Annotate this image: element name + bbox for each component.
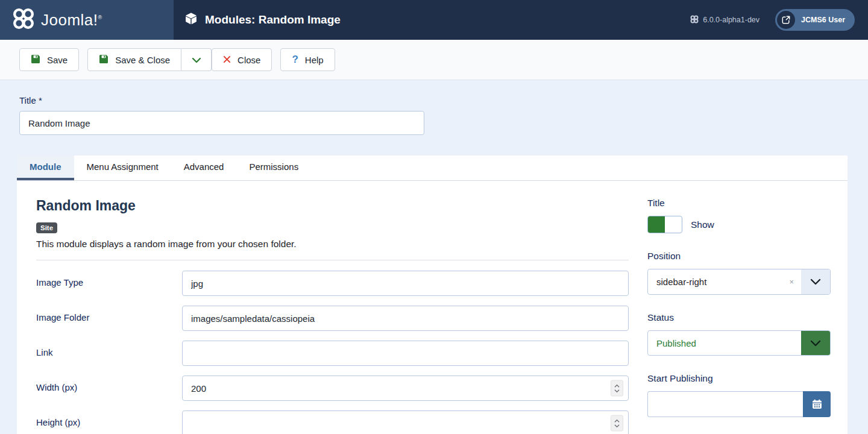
link-input[interactable] (182, 341, 629, 366)
status-group: Status Published (647, 312, 831, 356)
version-text: 6.0.0-alpha1-dev (703, 16, 760, 24)
field-row-height: Height (px) (36, 410, 629, 434)
user-label: JCMS6 User (801, 16, 845, 24)
module-heading: Random Image (36, 198, 629, 214)
field-row-image-folder: Image Folder (36, 306, 629, 331)
save-close-label: Save & Close (115, 55, 170, 65)
tab-menu-assignment[interactable]: Menu Assignment (74, 156, 171, 180)
status-select[interactable]: Published (647, 330, 831, 356)
title-toggle-state: Show (691, 219, 714, 230)
position-dropdown-button[interactable] (801, 269, 830, 294)
close-label: Close (237, 55, 260, 65)
title-toggle-label: Title (647, 198, 831, 209)
position-combobox[interactable]: sidebar-right × (647, 269, 831, 295)
page-title: Modules: Random Image (184, 0, 341, 40)
start-publishing-group: Start Publishing (647, 373, 831, 417)
module-description: This module displays a random image from… (36, 239, 629, 250)
save-close-group: Save & Close (87, 48, 212, 71)
save-floppy-icon (31, 54, 40, 66)
height-input[interactable] (182, 410, 629, 434)
site-badge: Site (36, 222, 57, 233)
version-info: 6.0.0-alpha1-dev (690, 15, 760, 25)
help-label: Help (305, 55, 324, 65)
clear-selection-icon[interactable]: × (789, 277, 794, 286)
field-row-width: Width (px) (36, 376, 629, 401)
module-title-group: Title * (19, 95, 868, 135)
page-title-text: Modules: Random Image (205, 13, 341, 27)
width-input[interactable] (182, 376, 629, 401)
tab-permissions[interactable]: Permissions (236, 156, 311, 180)
joomla-logo-icon (12, 7, 35, 33)
start-publishing-label: Start Publishing (647, 373, 831, 384)
chevron-down-icon (810, 340, 821, 347)
save-label: Save (47, 55, 68, 65)
action-toolbar: Save Save & Close Close ? Help (0, 40, 868, 80)
status-dropdown-button[interactable] (801, 331, 830, 355)
height-label: Height (px) (36, 410, 182, 427)
module-form: Random Image Site This module displays a… (36, 198, 629, 434)
chevron-down-icon (810, 278, 821, 285)
save-button[interactable]: Save (19, 48, 79, 71)
chevron-down-icon (192, 55, 201, 65)
image-type-label: Image Type (36, 271, 182, 288)
save-floppy-icon (99, 54, 108, 66)
link-label: Link (36, 341, 182, 357)
joomla-logo: Joomla!® (0, 0, 174, 40)
joomla-wordmark: Joomla!® (41, 11, 102, 30)
module-title-label: Title * (19, 95, 868, 105)
divider (36, 260, 629, 260)
field-row-link: Link (36, 341, 629, 366)
tab-module[interactable]: Module (17, 156, 74, 180)
module-cube-icon (184, 12, 198, 28)
module-title-input[interactable] (19, 111, 424, 135)
status-value: Published (648, 331, 801, 355)
edit-card: Module Menu Assignment Advanced Permissi… (17, 156, 848, 434)
position-group: Position sidebar-right × (647, 251, 831, 295)
tab-bar: Module Menu Assignment Advanced Permissi… (17, 156, 848, 181)
external-link-icon (777, 11, 795, 29)
save-and-close-button[interactable]: Save & Close (87, 48, 181, 71)
calendar-icon (812, 399, 822, 409)
user-menu-button[interactable]: JCMS6 User (775, 9, 855, 31)
question-mark-icon: ? (292, 54, 298, 66)
image-folder-input[interactable] (182, 306, 629, 331)
save-options-dropdown-toggle[interactable] (181, 48, 212, 71)
number-spinner[interactable] (611, 415, 623, 432)
image-folder-label: Image Folder (36, 306, 182, 322)
position-value: sidebar-right (648, 277, 789, 287)
image-type-input[interactable] (182, 271, 629, 296)
help-button[interactable]: ? Help (280, 48, 335, 71)
joomla-version-icon (690, 15, 699, 25)
close-x-icon (223, 55, 231, 65)
position-label: Position (647, 251, 831, 262)
status-label: Status (647, 312, 831, 323)
start-publishing-input[interactable] (647, 391, 803, 417)
publish-sidebar: Title Show Position sidebar-right × Stat… (647, 198, 831, 434)
app-header: Joomla!® Modules: Random Image 6.0.0-alp… (0, 0, 868, 40)
close-button[interactable]: Close (212, 48, 272, 71)
title-show-toggle[interactable] (647, 216, 682, 233)
width-label: Width (px) (36, 376, 182, 392)
field-row-image-type: Image Type (36, 271, 629, 296)
tab-advanced[interactable]: Advanced (171, 156, 237, 180)
start-publishing-calendar-button[interactable] (803, 391, 831, 417)
number-spinner[interactable] (611, 380, 623, 397)
